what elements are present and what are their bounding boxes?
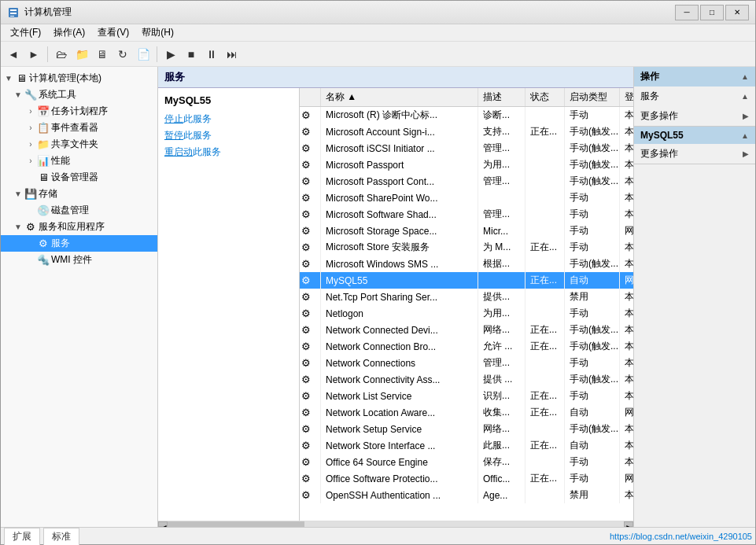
minimize-button[interactable]: ─	[675, 5, 699, 20]
row-service-status: 正在...	[526, 123, 565, 140]
table-row[interactable]: ⚙Microsoft iSCSI Initiator ...管理...手动(触发…	[300, 140, 633, 157]
row-service-status: 正在...	[526, 338, 565, 355]
restart-service-link[interactable]: 重启动此服务	[164, 145, 293, 159]
sidebar-item-services[interactable]: ⚙ 服务	[1, 235, 157, 252]
table-row[interactable]: ⚙Network Connected Devi...网络...正在...手动(触…	[300, 322, 633, 338]
sidebar-item-perf[interactable]: › 📊 性能	[1, 153, 157, 169]
mysql-arrow: ▲	[741, 131, 749, 140]
row-service-status	[526, 487, 565, 503]
menu-item-文件f[interactable]: 文件(F)	[4, 24, 47, 41]
sidebar-item-event[interactable]: › 📋 事件查看器	[1, 120, 157, 136]
sidebar-item-system-tools[interactable]: ▼ 🔧 系统工具	[1, 87, 157, 103]
actions-more-item[interactable]: 更多操作 ▶	[634, 106, 755, 126]
table-row[interactable]: ⚙Office Software Protectio...Offic...正在.…	[300, 470, 633, 487]
mysql-more-item[interactable]: 更多操作 ▶	[634, 144, 755, 164]
sidebar-item-storage[interactable]: ▼ 💾 存储	[1, 186, 157, 202]
menu-item-帮助h[interactable]: 帮助(H)	[135, 24, 180, 41]
show-button[interactable]: 🖥	[93, 45, 112, 64]
menu-item-查看v[interactable]: 查看(V)	[91, 24, 135, 41]
sidebar-item-device[interactable]: 🖥 设备管理器	[1, 169, 157, 186]
pause-service-link[interactable]: 暂停此服务	[164, 129, 293, 142]
stop-button[interactable]: ■	[182, 45, 201, 64]
h-scrollbar[interactable]: ◄ ►	[158, 521, 633, 527]
table-row[interactable]: ⚙Network List Service识别...正在...手动本	[300, 388, 633, 404]
table-row[interactable]: ⚙Microsoft (R) 诊断中心标...诊断...手动本	[300, 107, 633, 124]
table-row[interactable]: ⚙Microsoft Storage Space...Micr...手动网	[300, 223, 633, 239]
row-service-desc: 识别...	[478, 388, 526, 404]
restart-button[interactable]: ⏭	[223, 45, 242, 64]
scroll-left-btn[interactable]: ◄	[158, 521, 168, 527]
table-row[interactable]: ⚙Network Connectivity Ass...提供 ...手动(触发.…	[300, 371, 633, 388]
table-row[interactable]: ⚙Microsoft Windows SMS ...根据...手动(触发...本	[300, 256, 633, 272]
table-row[interactable]: ⚙Network Location Aware...收集...正在...自动网	[300, 404, 633, 421]
export-button[interactable]: 📄	[134, 45, 153, 64]
actions-services-item[interactable]: 服务 ▲	[634, 87, 755, 106]
sidebar-item-shared[interactable]: › 📁 共享文件夹	[1, 136, 157, 153]
services-apps-toggle[interactable]: ▼	[13, 223, 23, 231]
table-row[interactable]: ⚙MySQL55正在...自动网	[300, 272, 633, 289]
row-service-start: 手动(触发...	[565, 123, 620, 140]
up-button[interactable]: 🗁	[52, 45, 71, 64]
row-service-name: Office 64 Source Engine	[321, 454, 478, 470]
tasks-toggle[interactable]: ›	[26, 107, 35, 116]
table-row[interactable]: ⚙Netlogon为用...手动本	[300, 305, 633, 322]
pause-button[interactable]: ⏸	[202, 45, 221, 64]
table-row[interactable]: ⚙Microsoft Passport为用...手动(触发...本	[300, 157, 633, 173]
row-service-desc: Offic...	[478, 470, 526, 487]
row-service-start: 手动(触发...	[565, 421, 620, 437]
col-header-desc[interactable]: 描述	[478, 88, 526, 107]
row-service-icon: ⚙	[301, 175, 311, 187]
table-row[interactable]: ⚙Network Connection Bro...允许 ...正在...手动(…	[300, 338, 633, 355]
system-tools-label: 系统工具	[39, 88, 76, 101]
shared-icon: 📁	[37, 138, 50, 151]
actions-header[interactable]: 操作 ▲	[634, 67, 755, 87]
col-header-name[interactable]: 名称 ▲	[321, 88, 478, 107]
table-row[interactable]: ⚙Microsoft Account Sign-i...支持...正在...手动…	[300, 123, 633, 140]
close-button[interactable]: ✕	[725, 5, 749, 20]
table-row[interactable]: ⚙Microsoft Store 安装服务为 M...正在...手动本	[300, 239, 633, 256]
table-row[interactable]: ⚙Network Store Interface ...此服...正在...自动…	[300, 437, 633, 454]
play-button[interactable]: ▶	[161, 45, 180, 64]
mysql-header-label: MySQL55	[640, 130, 684, 141]
right-panel: 操作 ▲ 服务 ▲ 更多操作 ▶ MySQL55 ▲ 更多操作	[633, 67, 755, 527]
sidebar-item-tasks[interactable]: › 📅 任务计划程序	[1, 103, 157, 120]
table-row[interactable]: ⚙Net.Tcp Port Sharing Ser...提供...禁用本	[300, 289, 633, 305]
perf-icon: 📊	[37, 155, 50, 168]
table-row[interactable]: ⚙Microsoft Software Shad...管理...手动本	[300, 206, 633, 223]
maximize-button[interactable]: □	[700, 5, 724, 20]
sidebar-item-services-apps[interactable]: ▼ ⚙ 服务和应用程序	[1, 219, 157, 235]
col-header-login[interactable]: 登	[620, 88, 634, 107]
folder-button[interactable]: 📁	[72, 45, 91, 64]
table-row[interactable]: ⚙Microsoft Passport Cont...管理...手动(触发...…	[300, 173, 633, 190]
forward-button[interactable]: ►	[24, 45, 43, 64]
table-row[interactable]: ⚙Network Connections管理...手动本	[300, 355, 633, 371]
refresh-button[interactable]: ↻	[113, 45, 132, 64]
tab-expand[interactable]: 扩展	[4, 528, 40, 545]
system-tools-toggle[interactable]: ▼	[13, 90, 23, 99]
table-row[interactable]: ⚙Network Setup Service网络...手动(触发...本	[300, 421, 633, 437]
shared-toggle[interactable]: ›	[26, 140, 35, 149]
stop-service-link[interactable]: 停止此服务	[164, 112, 293, 126]
col-header-status[interactable]: 状态	[526, 88, 565, 107]
h-scroll-track[interactable]	[168, 521, 624, 527]
sidebar-item-disk[interactable]: 💿 磁盘管理	[1, 202, 157, 219]
table-header: 名称 ▲ 描述 状态 启动类型 登	[300, 88, 633, 107]
table-row[interactable]: ⚙Microsoft SharePoint Wo...手动本	[300, 190, 633, 206]
mysql-header[interactable]: MySQL55 ▲	[634, 127, 755, 144]
sidebar-item-wmi[interactable]: 🔩 WMI 控件	[1, 252, 157, 268]
tab-standard[interactable]: 标准	[43, 528, 79, 545]
storage-toggle[interactable]: ▼	[13, 190, 23, 198]
row-service-status	[526, 140, 565, 157]
menu-item-操作a[interactable]: 操作(A)	[47, 24, 91, 41]
col-header-start[interactable]: 启动类型	[565, 88, 620, 107]
root-toggle[interactable]: ▼	[4, 74, 13, 83]
event-toggle[interactable]: ›	[26, 123, 35, 132]
table-row[interactable]: ⚙Office 64 Source Engine保存...手动本	[300, 454, 633, 470]
perf-toggle[interactable]: ›	[26, 157, 35, 165]
table-row[interactable]: ⚙OpenSSH Authentication ...Age...禁用本	[300, 487, 633, 503]
sidebar-item-root[interactable]: ▼ 🖥 计算机管理(本地)	[1, 70, 157, 87]
scroll-right-btn[interactable]: ►	[624, 521, 633, 527]
svg-rect-1	[10, 9, 17, 11]
h-scroll-thumb[interactable]	[168, 521, 304, 527]
back-button[interactable]: ◄	[4, 45, 23, 64]
